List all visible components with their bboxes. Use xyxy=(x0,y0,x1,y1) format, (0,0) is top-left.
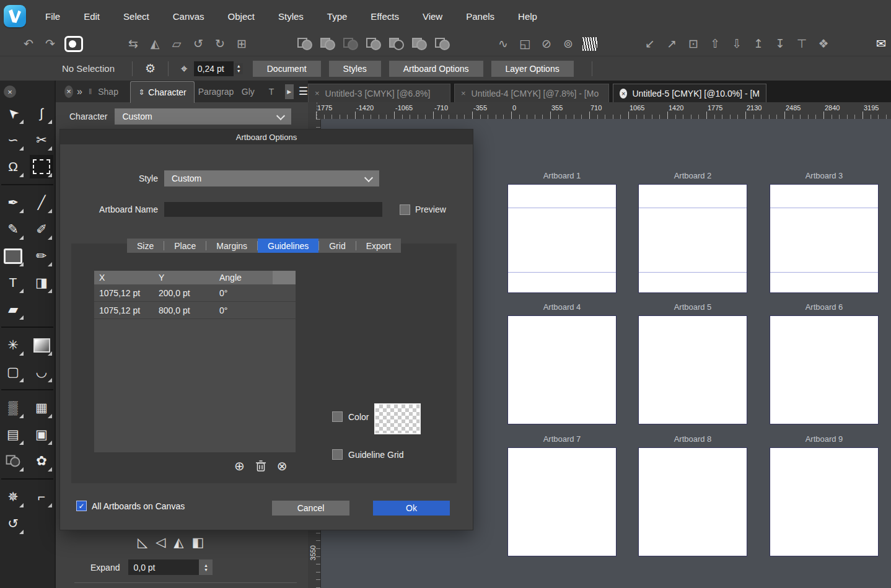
envelope-icon[interactable]: ✉ xyxy=(874,37,889,51)
fit-scale-icon[interactable]: ◱ xyxy=(517,37,532,51)
exclude-icon[interactable] xyxy=(366,37,382,51)
color-checkbox[interactable] xyxy=(332,411,343,422)
artboard-7[interactable] xyxy=(507,447,617,556)
corner-tool[interactable]: ⌐ xyxy=(30,485,53,509)
fill-bucket-tool[interactable]: ◨ xyxy=(30,271,53,294)
gradient-tool[interactable] xyxy=(30,333,53,357)
text-columns-icon[interactable]: ⊤ xyxy=(794,37,809,51)
marker-tool[interactable]: ✏ xyxy=(30,244,53,268)
emboss-tool[interactable]: ▣ xyxy=(30,423,53,446)
artboard-options-button[interactable]: Artboard Options xyxy=(389,61,483,77)
shapes-tool[interactable] xyxy=(1,449,25,473)
close-tab-icon[interactable]: × xyxy=(461,89,466,98)
panel-tab-t[interactable]: T xyxy=(265,87,283,97)
bring-forward-icon[interactable]: ↥ xyxy=(751,37,766,51)
expand-input[interactable] xyxy=(128,559,199,575)
text-tool[interactable]: T xyxy=(1,271,25,294)
guideline[interactable] xyxy=(770,272,878,273)
artboard-2[interactable] xyxy=(638,184,747,293)
brick-pattern-tool[interactable]: ▤ xyxy=(1,423,25,446)
intersect-icon[interactable] xyxy=(343,37,359,51)
app-logo-icon[interactable] xyxy=(4,5,26,27)
menu-type[interactable]: Type xyxy=(315,11,359,22)
add-guideline-icon[interactable]: ⊕ xyxy=(234,460,245,472)
node-tool[interactable]: ∫ xyxy=(30,102,53,125)
selection-tool[interactable]: ➤ xyxy=(1,102,25,125)
panel-drag-handle[interactable]: ‖ xyxy=(89,87,92,96)
close-tab-icon[interactable]: × xyxy=(315,89,320,98)
panel-tab-character[interactable]: ⇕Character xyxy=(130,81,195,103)
table-row[interactable]: 1075,12 pt800,0 pt0° xyxy=(94,302,296,319)
layer-options-button[interactable]: Layer Options xyxy=(491,61,574,77)
artboard-icon[interactable]: ⊡ xyxy=(686,37,701,51)
rotate-canvas-tool[interactable]: ↺ xyxy=(1,512,25,535)
flip-copy-icon[interactable]: ◧ xyxy=(191,535,204,550)
artboard-name-input[interactable] xyxy=(164,202,382,217)
unlink-icon[interactable]: ⊘ xyxy=(539,37,554,51)
flip-left-icon[interactable]: ◁ xyxy=(156,535,165,550)
clear-guidelines-icon[interactable]: ⊗ xyxy=(277,460,287,472)
artboard-5[interactable] xyxy=(638,315,747,424)
pen-tool[interactable]: ✒ xyxy=(1,191,25,214)
unite-icon[interactable] xyxy=(320,37,336,51)
guideline[interactable] xyxy=(770,208,878,208)
artboard-3[interactable] xyxy=(770,184,879,293)
doc-tab-3[interactable]: ×Untitled-5 [CMYK] [@10.0%] - [M xyxy=(613,84,766,102)
panel-tab-gly[interactable]: Gly xyxy=(238,87,265,97)
skew-bottom-icon[interactable]: ◺ xyxy=(138,535,147,550)
skew-icon[interactable]: ▱ xyxy=(169,37,184,51)
magnet-tool[interactable]: Ω xyxy=(1,155,25,178)
character-style-dropdown[interactable]: Custom xyxy=(115,108,291,125)
dialog-tab-grid[interactable]: Grid xyxy=(319,239,355,253)
expand-stepper[interactable]: ▲▼ xyxy=(199,559,213,575)
guideline-grid-checkbox[interactable] xyxy=(332,449,343,460)
stroke-width-input[interactable] xyxy=(194,61,234,76)
preview-checkbox[interactable] xyxy=(400,204,410,215)
panel-tab-shap[interactable]: Shap xyxy=(94,87,130,97)
guideline[interactable] xyxy=(639,208,747,208)
dialog-tab-margins[interactable]: Margins xyxy=(206,239,257,253)
dialog-tab-place[interactable]: Place xyxy=(164,239,206,253)
marquee-tool[interactable] xyxy=(30,155,53,178)
duplicate-rotate-icon[interactable]: ⊞ xyxy=(234,37,249,51)
flip-horizontal-icon[interactable]: ◭ xyxy=(173,535,183,550)
panel-expand-icon[interactable]: » xyxy=(77,86,82,97)
artboard-8[interactable] xyxy=(638,447,747,556)
gear-icon[interactable]: ⚙ xyxy=(145,61,156,76)
pencil-tool[interactable]: ✎ xyxy=(1,217,25,241)
lasso-tool[interactable]: ∽ xyxy=(1,128,25,152)
align-bottom-icon[interactable]: ⇩ xyxy=(729,37,744,51)
menu-canvas[interactable]: Canvas xyxy=(161,11,216,22)
scissors-tool[interactable]: ✂ xyxy=(30,128,53,152)
link-style-icon[interactable]: ⊚ xyxy=(561,37,576,51)
panel-close-icon[interactable]: × xyxy=(64,86,73,98)
menu-select[interactable]: Select xyxy=(112,11,161,22)
edit-in-icon[interactable]: ↙ xyxy=(643,37,657,51)
menu-edit[interactable]: Edit xyxy=(72,11,112,22)
line-tool[interactable]: ╱ xyxy=(30,191,53,214)
path-smooth-icon[interactable]: ∿ xyxy=(496,37,511,51)
panel-overflow-icon[interactable]: ▶ xyxy=(285,84,294,99)
cancel-button[interactable]: Cancel xyxy=(272,501,349,516)
dialog-tab-guidelines[interactable]: Guidelines xyxy=(258,239,318,253)
table-row[interactable]: 1075,12 pt200,0 pt0° xyxy=(94,284,296,302)
doc-tab-1[interactable]: ×Untitled-3 [CMYK] [@6.8%] xyxy=(308,84,450,102)
mask-icon[interactable] xyxy=(64,36,83,52)
styles-button[interactable]: Styles xyxy=(329,61,381,77)
dialog-tab-export[interactable]: Export xyxy=(356,239,401,253)
rotate-object-icon[interactable]: ↻ xyxy=(213,37,227,51)
halftone-tool[interactable]: ▒ xyxy=(1,396,25,419)
stamp-frame-tool[interactable]: ▢ xyxy=(1,360,25,384)
artboard-6[interactable] xyxy=(770,315,879,424)
rectangle-tool[interactable] xyxy=(1,244,25,268)
style-dropdown[interactable]: Custom xyxy=(164,170,379,186)
send-backward-icon[interactable]: ↧ xyxy=(773,37,788,51)
guideline[interactable] xyxy=(508,208,616,208)
guideline[interactable] xyxy=(639,272,747,273)
artboard-9[interactable] xyxy=(770,447,879,556)
doc-tab-2[interactable]: ×Untitled-4 [CMYK] [@7.8%] - [Mo xyxy=(454,84,609,102)
warp-tool[interactable]: ◡ xyxy=(30,360,53,384)
panel-tab-paragrap[interactable]: Paragrap xyxy=(195,87,238,97)
rotate-left-icon[interactable]: ↺ xyxy=(191,37,206,51)
close-palette-icon[interactable]: × xyxy=(4,86,16,98)
